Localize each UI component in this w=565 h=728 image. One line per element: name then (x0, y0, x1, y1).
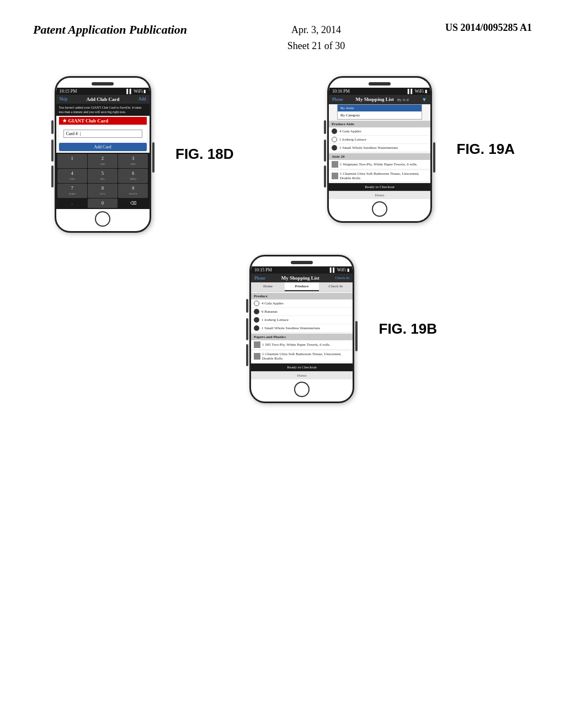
nav-checkin[interactable]: Check In (335, 276, 349, 280)
status-icons: ▌▌ WiFi ▮ (408, 89, 427, 94)
item-bullet (332, 145, 337, 151)
nav-title: My Shopping List (281, 275, 319, 281)
side-button-power (433, 142, 435, 173)
item-check (332, 137, 337, 142)
fig19b-phone-container: 10:15 PM ▌▌ WiFi ▮ Phone My Shopping Lis… (249, 255, 354, 403)
sort-dropdown-list: By Aisle By Category (337, 104, 422, 120)
checkout-label: Ready to Checkout (365, 185, 395, 189)
list-item: 1 Wegmans Two-Ply, White Paper Towels, 6… (329, 160, 430, 169)
card-label: Card # (66, 131, 78, 136)
side-button-vol-down (324, 165, 326, 188)
sort-by-category[interactable]: By Category (338, 112, 422, 119)
fig18d-screen: 10:15 PM ▌▌ WiFi ▮ Skip Add Club Card Ad… (56, 88, 150, 210)
list-item: 1 505 Two-Ply, White Paper Towels, 6 rol… (251, 340, 353, 350)
fig18d-phone: 10:15 PM ▌▌ WiFi ▮ Skip Add Club Card Ad… (55, 76, 151, 233)
key-backspace[interactable]: ⌫ (118, 199, 148, 208)
side-button-vol-down (51, 165, 54, 188)
item-bullet (332, 129, 337, 134)
notification-box: You haven't added your GIANT Club Card t… (56, 104, 150, 116)
key-9[interactable]: 9WXYZ (118, 184, 148, 198)
key-0[interactable]: 0 (88, 199, 118, 208)
status-bar: 10:15 PM ▌▌ WiFi ▮ (251, 266, 353, 274)
key-8[interactable]: 8TUV (88, 184, 118, 198)
section-header: Papers and Plastics (251, 334, 353, 340)
list-item: 1 Small Whole Seedless Watermelons (251, 324, 353, 333)
item-thumbnail (254, 353, 260, 360)
produce-section: Produce 4 Gala Apples 6 Bananas (251, 293, 353, 333)
main-content: 10:15 PM ▌▌ WiFi ▮ Skip Add Club Card Ad… (0, 65, 565, 415)
status-icons: ▌▌ WiFi ▮ (126, 89, 146, 94)
card-input-area: Card # | (59, 126, 147, 141)
produce-section: Produce Aisle 4 Gala Apples 1 Iceberg Le… (329, 121, 430, 152)
nav-bar: Phone My Shopping List Check In (251, 274, 353, 282)
fig19b-screen: 10:15 PM ▌▌ WiFi ▮ Phone My Shopping Lis… (251, 266, 353, 379)
phone-speaker (291, 261, 313, 264)
notification-text: You haven't added your GIANT Club Card t… (59, 106, 142, 114)
key-5[interactable]: 5JKL (88, 169, 118, 183)
list-item: 4 Gala Apples (251, 299, 353, 308)
nav-bar: Skip Add Club Card Add (56, 95, 150, 104)
nav-action[interactable]: Add (138, 97, 146, 101)
fig19a-label: FIG. 19A (443, 141, 515, 158)
list-item: 4 Gala Apples (329, 127, 430, 136)
key-3[interactable]: 3DEF (118, 154, 148, 168)
list-item: 1 Iceberg Lettuce (251, 316, 353, 324)
sheet-number: Sheet 21 of 30 (287, 40, 345, 51)
section-header: Produce (251, 293, 353, 299)
checkout-button[interactable]: Ready to Checkout (251, 363, 353, 371)
item-check (254, 301, 259, 306)
list-item: 1 Charmin Ultra Soft Bathroom Tissue, Un… (251, 351, 353, 362)
charmin-section: 1 Charmin Ultra Soft Bathroom Tissue, Un… (329, 170, 430, 182)
tab-home[interactable]: Home (375, 193, 384, 197)
page-header: Patent Application Publication Apr. 3, 2… (0, 0, 565, 65)
nav-back[interactable]: Phone (254, 276, 265, 281)
side-button-vol-up (324, 140, 326, 162)
nav-title: My Shopping List By A-Z (356, 97, 409, 102)
checkout-label: Ready to Checkout (287, 365, 317, 370)
side-button-vol-up (246, 318, 248, 340)
key-2[interactable]: 2ABC (88, 154, 118, 168)
key-dot[interactable]: . (57, 199, 87, 208)
status-time: 10:15 PM (60, 89, 77, 94)
phone-speaker (92, 82, 114, 85)
checkout-button[interactable]: Ready to Checkout (329, 183, 430, 191)
tab-produce[interactable]: Produce (285, 282, 318, 291)
key-4[interactable]: 4GHI (57, 169, 87, 183)
tab-checkin[interactable]: Check In (319, 282, 353, 291)
fig19b-label: FIG. 19B (365, 320, 437, 338)
status-bar: 10:16 PM ▌▌ WiFi ▮ (329, 88, 430, 95)
nav-bar: Phone My Shopping List By A-Z ▼ (329, 95, 430, 104)
status-time: 10:16 PM (332, 89, 350, 94)
fig19a-phone: 10:16 PM ▌▌ WiFi ▮ Phone My Shopping Lis… (327, 76, 432, 223)
nav-title: Add Club Card (86, 97, 119, 102)
home-button[interactable] (372, 201, 387, 217)
side-button-power (355, 321, 358, 351)
status-icons: ▌▌ WiFi ▮ (330, 267, 349, 272)
nav-back[interactable]: Skip (60, 97, 68, 101)
list-item: 1 Charmin Ultra Soft Bathroom Tissue, Un… (329, 170, 430, 182)
card-field[interactable]: Card # | (63, 130, 142, 138)
card-cursor: | (80, 131, 81, 136)
side-button-vol-down (246, 344, 248, 366)
tab-home[interactable]: Home (297, 373, 306, 378)
side-button-power (152, 142, 154, 173)
fig19a-phone-container: 10:16 PM ▌▌ WiFi ▮ Phone My Shopping Lis… (327, 76, 432, 223)
item-bullet (254, 317, 259, 323)
fig19a-screen: 10:16 PM ▌▌ WiFi ▮ Phone My Shopping Lis… (329, 88, 430, 199)
charmin-section: 1 Charmin Ultra Soft Bathroom Tissue, Un… (251, 351, 353, 362)
aisle20-section: Aisle 20 1 Wegmans Two-Ply, White Paper … (329, 153, 430, 169)
tab-home[interactable]: Home (251, 282, 285, 291)
key-1[interactable]: 1 (57, 154, 87, 168)
key-6[interactable]: 6MNO (118, 169, 148, 183)
sort-by-aisle[interactable]: By Aisle (338, 105, 422, 112)
fig19b-phone: 10:15 PM ▌▌ WiFi ▮ Phone My Shopping Lis… (249, 255, 354, 403)
add-card-button[interactable]: Add Card (59, 143, 147, 151)
side-button-vol-up (51, 140, 54, 162)
key-7[interactable]: 7PQRS (57, 184, 87, 198)
fig19a-row: 10:16 PM ▌▌ WiFi ▮ Phone My Shopping Lis… (299, 76, 543, 223)
nav-back[interactable]: Phone (332, 97, 343, 102)
phone-speaker (369, 82, 391, 85)
item-bullet (254, 325, 259, 331)
home-button[interactable] (294, 382, 310, 397)
home-button[interactable] (95, 211, 110, 227)
